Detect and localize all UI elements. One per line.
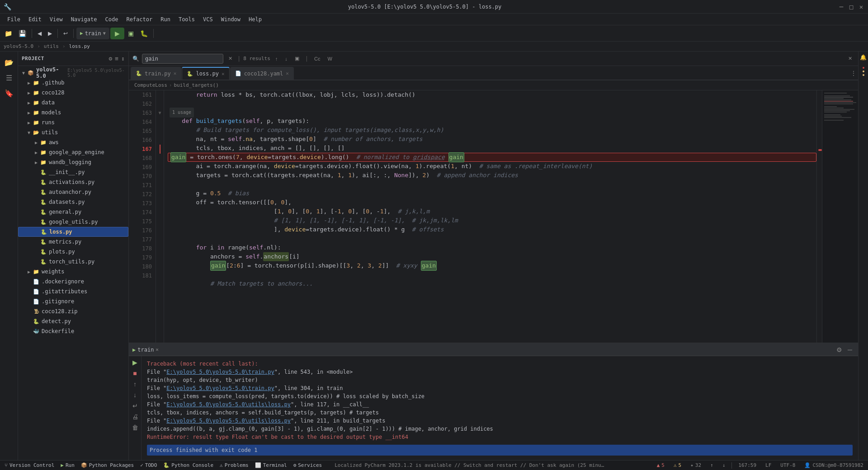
tree-item-metrics[interactable]: 🐍 metrics.py [18, 237, 128, 247]
menu-item-tools[interactable]: Tools [175, 14, 198, 24]
run-button[interactable]: ▶ [110, 28, 124, 39]
menu-item-view[interactable]: View [46, 14, 66, 24]
run-tab[interactable]: ▶ train ✕ [132, 347, 159, 353]
save-button[interactable]: 💾 [16, 28, 29, 39]
sidebar-sort-icon[interactable]: ↕ [121, 55, 125, 62]
tree-item-autoanchor[interactable]: 🐍 autoanchor.py [18, 187, 128, 197]
error-count-status[interactable]: ▲ 5 [654, 461, 667, 470]
back-button[interactable]: ◀ [35, 28, 44, 39]
tree-item-plots[interactable]: 🐍 plots.py [18, 247, 128, 257]
tab-train-close[interactable]: ✕ [174, 70, 177, 76]
run-minimize-button[interactable]: ─ [845, 345, 854, 354]
tree-item-init[interactable]: 🐍 __init__.py [18, 167, 128, 177]
notification-text[interactable]: Localized PyCharm 2023.1.2 is available … [335, 462, 606, 468]
tree-item-models[interactable]: ▶ 📁 models [18, 108, 128, 118]
tabs-overflow-button[interactable]: ⋮ [849, 67, 858, 80]
menu-item-code[interactable]: Code [102, 14, 122, 24]
nav-project[interactable]: yolov5-5.0 [4, 43, 33, 49]
search-input[interactable] [145, 56, 204, 62]
tree-item-data[interactable]: ▶ 📁 data [18, 98, 128, 108]
services-status[interactable]: ⚙ Services [291, 461, 325, 470]
search-clear-button[interactable]: ✕ [226, 55, 235, 63]
encoding-status[interactable]: UTF-8 [778, 461, 798, 470]
close-search-button[interactable]: ✕ [846, 55, 854, 63]
menu-item-window[interactable]: Window [217, 14, 244, 24]
tree-item-general[interactable]: 🐍 general.py [18, 207, 128, 217]
tab-loss-close[interactable]: ✕ [222, 71, 225, 77]
scroll-down-button[interactable]: ↓ [131, 390, 140, 400]
undo-button[interactable]: ↩ [61, 28, 71, 39]
nav-folder[interactable]: utils [44, 43, 59, 49]
tree-root[interactable]: ▼ 📦 yolov5-5.0 E:\yolov5 5.0\yolov5-5.0 [18, 68, 128, 78]
tree-item-loss[interactable]: 🐍 loss.py [18, 227, 128, 237]
run-settings-button[interactable]: ⚙ [835, 345, 844, 354]
tree-item-weights[interactable]: ▶ 📁 weights [18, 267, 128, 277]
code-content[interactable]: return loss * bs, torch.cat((lbox, lobj,… [164, 90, 816, 343]
sidebar-settings-icon[interactable]: ⚙ [109, 55, 113, 62]
fold-163[interactable]: ▼ [156, 108, 164, 118]
tree-item-detect[interactable]: 🐍 detect.py [18, 316, 128, 326]
tab-coco[interactable]: 📄 coco128.yaml ✕ [230, 67, 294, 80]
menu-item-file[interactable]: File [4, 14, 24, 24]
rerun-button[interactable]: ▶ [131, 358, 140, 367]
todo-status[interactable]: ✓ TODO [137, 461, 160, 470]
tree-item-gitattributes[interactable]: 📄 .gitattributes [18, 287, 128, 296]
python-packages-status[interactable]: 📦 Python Packages [78, 461, 137, 470]
forward-button[interactable]: ▶ [45, 28, 55, 39]
tree-item-datasets[interactable]: 🐍 datasets.py [18, 197, 128, 207]
tree-item-google-utils[interactable]: 🐍 google_utils.py [18, 217, 128, 227]
tree-item-cocozip[interactable]: 🗜 coco128.zip [18, 306, 128, 316]
soft-wrap-button[interactable]: ↵ [131, 401, 140, 410]
tree-item-utils[interactable]: ▼ 📂 utils [18, 127, 128, 137]
hint-count-status[interactable]: ✦ 32 [688, 461, 704, 470]
search-whole-word-button[interactable]: W [326, 55, 335, 63]
search-next-button[interactable]: ↓ [283, 55, 290, 63]
menu-item-refactor[interactable]: Refactor [123, 14, 156, 24]
tree-item-wandb[interactable]: ▶ 📁 wandb_logging [18, 157, 128, 167]
tree-item-runs[interactable]: ▶ 📁 runs [18, 118, 128, 127]
line-ending-status[interactable]: LF [763, 461, 774, 470]
menu-item-vcs[interactable]: VCS [199, 14, 217, 24]
breadcrumb-class[interactable]: ComputeLoss [134, 82, 167, 88]
menu-item-navigate[interactable]: Navigate [67, 14, 101, 24]
trace-link-2[interactable]: E:\yolov5 5.0\yolov5-5.0\train.py [166, 385, 274, 391]
navigate-errors-down[interactable]: ↓ [720, 461, 728, 470]
run-status-section[interactable]: ▶ Run [58, 461, 77, 470]
debug-button[interactable]: 🐛 [137, 28, 151, 39]
trace-link-3[interactable]: E:\yolov5 5.0\yolov5-5.0\utils\loss.py [166, 401, 291, 408]
notifications-icon[interactable]: 🔔 [859, 53, 868, 61]
run-config-selector[interactable]: ▶ train ▼ [76, 28, 109, 39]
tab-loss[interactable]: 🐍 loss.py ✕ [182, 67, 229, 80]
warning-count-status[interactable]: ⚠ 5 [671, 461, 684, 470]
coverage-button[interactable]: ▣ [125, 28, 137, 39]
print-button[interactable]: 🖨 [131, 412, 140, 421]
maximize-button[interactable]: □ [848, 4, 854, 10]
navigate-errors-up[interactable]: ↑ [708, 461, 716, 470]
trace-link-1[interactable]: E:\yolov5 5.0\yolov5-5.0\train.py [166, 369, 274, 375]
project-tool-button[interactable]: 📂 [2, 55, 16, 70]
tree-item-coco128[interactable]: ▶ 📁 coco128 [18, 88, 128, 98]
tree-item-gitignore[interactable]: 📄 .gitignore [18, 296, 128, 306]
menu-item-help[interactable]: Help [245, 14, 265, 24]
trace-link-4[interactable]: E:\yolov5 5.0\yolov5-5.0\utils\loss.py [166, 418, 291, 424]
menu-item-edit[interactable]: Edit [25, 14, 45, 24]
scroll-up-button[interactable]: ↑ [131, 380, 140, 389]
search-match-case-button[interactable]: Cc [312, 55, 322, 63]
structure-tool-button[interactable]: ☰ [2, 70, 16, 85]
tree-item-github[interactable]: ▶ 📁 .github [18, 78, 128, 88]
search-in-selection-button[interactable]: ▣ [292, 55, 302, 63]
tree-item-aws[interactable]: ▶ 📁 aws [18, 137, 128, 147]
terminal-status[interactable]: ⬜ Terminal [252, 461, 290, 470]
minimize-button[interactable]: ─ [838, 4, 844, 10]
close-button[interactable]: ✕ [858, 4, 864, 10]
tab-coco-close[interactable]: ✕ [286, 70, 289, 76]
search-prev-button[interactable]: ↑ [273, 55, 280, 63]
bookmarks-tool-button[interactable]: 🔖 [2, 86, 16, 100]
code-editor[interactable]: 161 162 163 164 165 166 167 168 169 170 … [129, 90, 858, 343]
python-console-status[interactable]: 🐍 Python Console [160, 461, 216, 470]
tree-item-dockerignore[interactable]: 📄 .dockerignore [18, 277, 128, 287]
problems-status[interactable]: ⚠ Problems [217, 461, 251, 470]
version-control-status[interactable]: ⑂ Version Control [2, 461, 57, 470]
open-file-button[interactable]: 📁 [2, 28, 15, 39]
nav-file[interactable]: loss.py [69, 43, 90, 49]
